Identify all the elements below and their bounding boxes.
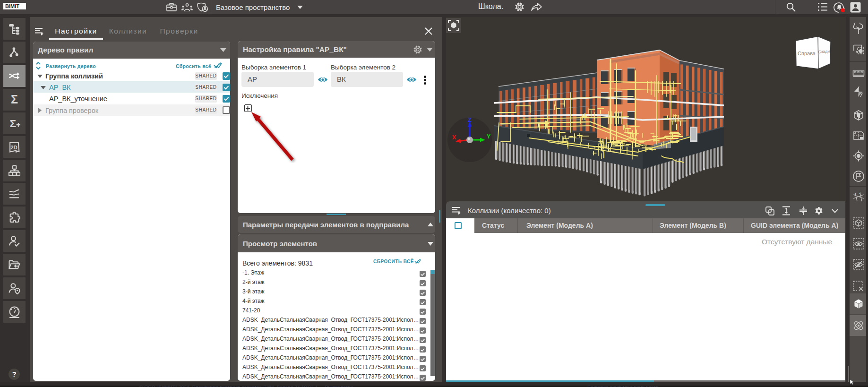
svg-text:2: 2 (859, 191, 861, 194)
svg-text:Σ: Σ (10, 118, 17, 129)
svg-text:2D: 2D (10, 145, 17, 150)
svg-text:Σ: Σ (11, 94, 18, 106)
